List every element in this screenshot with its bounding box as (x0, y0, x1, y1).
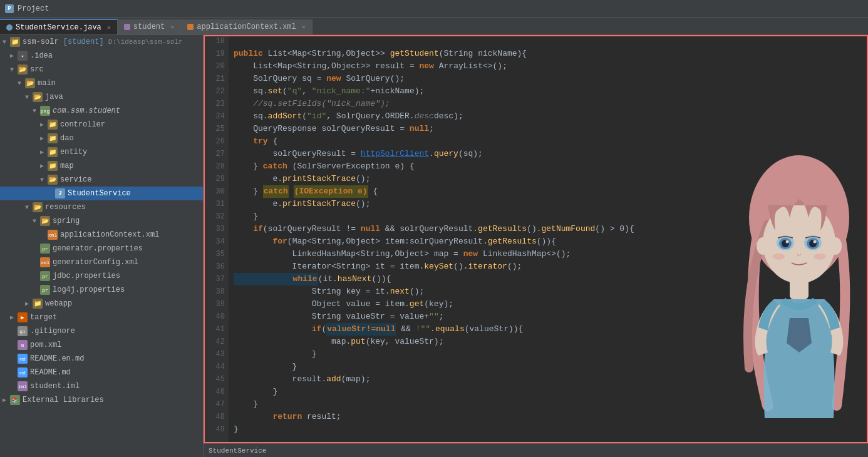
sidebar-label: resources (45, 203, 86, 212)
props-icon: pr (40, 285, 50, 295)
sidebar-item-generator[interactable]: ▶ pr generator.properties (0, 242, 203, 255)
code-content[interactable]: public List<Map<String,Object>> getStude… (229, 35, 868, 443)
token: (solrQueryResult != (263, 223, 361, 235)
sidebar-item-gitignore[interactable]: ▶ gi .gitignore (0, 324, 203, 338)
token: (). (453, 260, 468, 273)
token: List (234, 60, 272, 73)
sidebar-item-idea[interactable]: ▶ ✦ .idea (0, 49, 203, 63)
code-line: for(Map<String,Object> item:solrQueryRes… (234, 235, 863, 248)
package-icon: pkg (40, 106, 50, 116)
sidebar-label: main (38, 79, 56, 88)
sidebar-label-service: service (60, 175, 91, 184)
sidebar-item-webapp[interactable]: ▶ 📁 webapp (0, 297, 203, 311)
sidebar-item-readme[interactable]: ▶ md README.md (0, 366, 203, 379)
token: >> result = (361, 60, 420, 73)
sidebar-item-jdbc[interactable]: ▶ pr jdbc.properties (0, 269, 203, 283)
arrow-icon: ▶ (40, 121, 48, 128)
sidebar-item-main[interactable]: ▼ 📂 main (0, 76, 203, 90)
token: , (341, 235, 346, 248)
code-line: if(valueStr!=null && !"".equals(valueStr… (234, 323, 863, 336)
sidebar-item-controller[interactable]: ▶ 📁 controller (0, 118, 203, 131)
token: getResults (488, 235, 537, 248)
token: if (234, 223, 263, 235)
sidebar-item-studentservice[interactable]: ▶ J StudentService (0, 187, 203, 200)
line-number: 43 (204, 348, 225, 361)
sidebar-item-src[interactable]: ▼ 📂 src (0, 63, 203, 76)
sidebar-item-map[interactable]: ▶ 📁 map (0, 159, 203, 173)
token: (); (356, 173, 370, 185)
token: return (234, 411, 302, 423)
tab-label: student (133, 23, 165, 31)
token: get (410, 298, 424, 311)
sidebar-item-appcontext[interactable]: ▶ xml applicationContext.xml (0, 228, 203, 242)
line-number: 19 (204, 48, 225, 60)
tab-appcontext[interactable]: applicationContext.xml ✕ (181, 19, 312, 34)
sidebar-item-dao[interactable]: ▶ 📁 dao (0, 131, 203, 145)
token: { (272, 135, 277, 148)
token: ( (439, 48, 444, 60)
sidebar-item-service[interactable]: ▼ 📂 service (0, 173, 203, 187)
tab-close-button[interactable]: ✕ (107, 24, 111, 31)
sidebar-item-readme-en[interactable]: ▶ md README.en.md (0, 352, 203, 366)
token: && (396, 323, 415, 336)
code-line: try { (234, 135, 863, 148)
code-line: SolrQuery sq = new SolrQuery(); (234, 73, 863, 85)
tab-studentservice[interactable]: StudentService.java ✕ (0, 19, 118, 34)
sidebar-item-student-iml[interactable]: ▶ iml student.iml (0, 379, 203, 393)
token: null (361, 223, 380, 235)
code-container: 1819202122232425262728293031323334353637… (204, 35, 868, 443)
token: +nickName); (370, 85, 424, 98)
code-line: } (234, 398, 863, 411)
folder-icon: 📁 (48, 161, 58, 171)
token: getNumFound (542, 223, 596, 235)
sidebar-label: log4j.properties (53, 285, 125, 294)
title-bar: P Project (0, 0, 868, 18)
code-line: List<Map<String,Object>> result = new Ar… (234, 60, 863, 73)
line-number: 37 (204, 273, 225, 285)
token: } (234, 398, 258, 411)
token: new (463, 248, 483, 260)
token: , (341, 48, 346, 60)
editor-area[interactable]: 1819202122232425262728293031323334353637… (204, 35, 868, 457)
iml-icon: iml (18, 381, 28, 391)
line-number: 45 (204, 373, 225, 386)
token: null (410, 123, 429, 135)
sidebar-item-target[interactable]: ▶ ▶ target (0, 311, 203, 324)
md-icon: md (18, 367, 28, 377)
token: ( (287, 235, 292, 248)
arrow-icon: ▶ (40, 148, 48, 156)
code-line: result.add(map); (234, 373, 863, 386)
sidebar-item-entity[interactable]: ▶ 📁 entity (0, 145, 203, 159)
token: (); (390, 73, 405, 85)
token: e. (234, 198, 282, 210)
sidebar-item-resources[interactable]: ▼ 📂 resources (0, 200, 203, 214)
sidebar-item-log4j[interactable]: ▶ pr log4j.properties (0, 283, 203, 297)
sidebar-item-pom[interactable]: ▶ m pom.xml (0, 338, 203, 352)
tab-close-button[interactable]: ✕ (170, 23, 174, 31)
tab-student[interactable]: student ✕ (118, 19, 181, 34)
token: (key, valueStr); (366, 336, 444, 348)
line-number: 22 (204, 85, 225, 98)
tab-close-button[interactable]: ✕ (302, 23, 306, 31)
sidebar-item-generatorconfig[interactable]: ▶ xml generatorConfig.xml (0, 255, 203, 269)
pom-icon: m (18, 340, 28, 350)
sidebar-item-java[interactable]: ▼ 📂 java (0, 90, 203, 104)
token: ArrayList (439, 60, 483, 73)
code-line: return result; (234, 411, 863, 423)
sidebar-item-package[interactable]: ▼ pkg com.ssm.student (0, 104, 203, 118)
folder-icon: 📁 (48, 147, 58, 157)
token: set (268, 85, 282, 98)
token: (it. (318, 273, 338, 285)
token: sq. (234, 85, 268, 98)
code-line: sq.addSort("id", SolrQuery.ORDER.descdes… (234, 110, 863, 123)
token: httpSolrClient (361, 148, 429, 160)
token: "q" (287, 85, 302, 98)
sidebar-item-root[interactable]: ▼ 📁 ssm-solr [student] D:\ideasp\ssm-sol… (0, 35, 203, 49)
sidebar-item-extlibs[interactable]: ▶ 📚 External Libraries (0, 393, 203, 407)
token: catch (263, 160, 292, 173)
sidebar-label: applicationContext.xml (60, 230, 159, 239)
token: Object (331, 60, 361, 73)
extlibs-icon: 📚 (10, 395, 20, 405)
sidebar-item-spring[interactable]: ▼ 📂 spring (0, 214, 203, 228)
token: //sq.setFields("nick_name"); (234, 98, 390, 110)
